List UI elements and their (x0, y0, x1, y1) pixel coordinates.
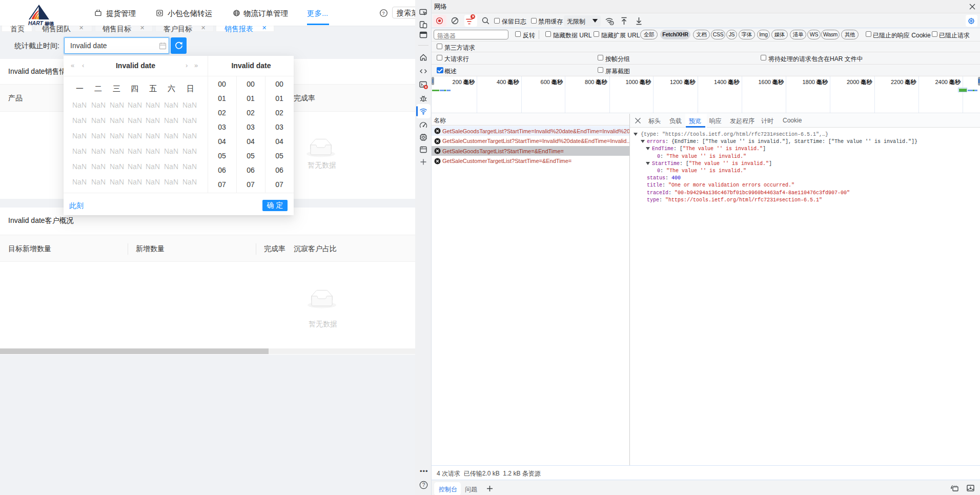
svg-text:?: ? (382, 11, 385, 16)
svg-text:赫德: 赫德 (45, 21, 54, 26)
svg-text:HART: HART (28, 20, 44, 26)
svg-text:?: ? (422, 482, 425, 488)
